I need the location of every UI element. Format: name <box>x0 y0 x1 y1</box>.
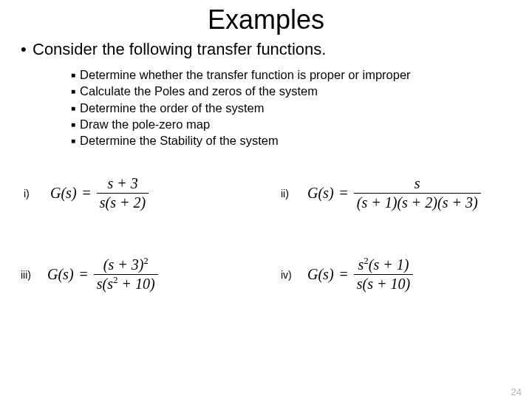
equation-body: G(s) = s2(s + 1) s(s + 10) <box>307 256 413 293</box>
equation-label: ii) <box>281 188 296 200</box>
equation-ii: ii) G(s) = s (s + 1)(s + 2)(s + 3) <box>281 175 481 211</box>
lhs: G(s) <box>47 266 74 283</box>
equation-iv: iv) G(s) = s2(s + 1) s(s + 10) <box>281 256 413 293</box>
square-bullet-icon: ■ <box>71 103 75 114</box>
page-number: 24 <box>511 386 522 398</box>
lhs: G(s) <box>307 266 334 283</box>
square-bullet-icon: ■ <box>71 120 75 130</box>
sub-bullet-list: ■Determine whether the transfer function… <box>71 66 532 149</box>
numerator: s2(s + 1) <box>354 256 413 275</box>
square-bullet-icon: ■ <box>71 136 75 146</box>
equals-sign: = <box>340 185 348 202</box>
numerator: s <box>354 175 481 194</box>
equation-body: G(s) = s (s + 1)(s + 2)(s + 3) <box>307 175 481 211</box>
lhs: G(s) <box>50 185 77 202</box>
square-bullet-icon: ■ <box>71 86 75 97</box>
denominator: s(s + 10) <box>354 275 413 293</box>
numerator: s + 3 <box>97 175 149 194</box>
denominator: s(s + 2) <box>97 194 149 211</box>
lhs: G(s) <box>307 185 334 202</box>
equation-body: G(s) = (s + 3)2 s(s2 + 10) <box>47 256 158 293</box>
fraction: s (s + 1)(s + 2)(s + 3) <box>354 175 481 211</box>
equation-label: iv) <box>281 269 296 281</box>
numerator: (s + 3)2 <box>94 256 158 275</box>
sub-bullet-text: Calculate the Poles and zeros of the sys… <box>80 83 318 99</box>
fraction: s + 3 s(s + 2) <box>97 175 149 211</box>
fraction: s2(s + 1) s(s + 10) <box>354 256 413 293</box>
main-bullet: •Consider the following transfer functio… <box>21 40 532 59</box>
list-item: ■Draw the pole-zero map <box>71 116 532 132</box>
equation-label: iii) <box>21 269 35 281</box>
sub-bullet-text: Determine whether the transfer function … <box>80 66 411 83</box>
equation-body: G(s) = s + 3 s(s + 2) <box>50 175 149 211</box>
list-item: ■Calculate the Poles and zeros of the sy… <box>71 83 532 99</box>
bullet-dot-icon: • <box>21 40 33 59</box>
sub-bullet-text: Determine the Stability of the system <box>80 132 279 149</box>
slide: Examples •Consider the following transfe… <box>0 4 532 399</box>
list-item: ■Determine whether the transfer function… <box>71 66 532 83</box>
equals-sign: = <box>83 185 91 202</box>
equals-sign: = <box>80 266 88 283</box>
equals-sign: = <box>340 266 348 283</box>
denominator: s(s2 + 10) <box>94 275 158 293</box>
slide-title: Examples <box>0 4 532 35</box>
equation-i: i) G(s) = s + 3 s(s + 2) <box>24 175 149 211</box>
list-item: ■Determine the Stability of the system <box>71 132 532 149</box>
equation-iii: iii) G(s) = (s + 3)2 s(s2 + 10) <box>21 256 158 293</box>
square-bullet-icon: ■ <box>71 70 75 81</box>
denominator: (s + 1)(s + 2)(s + 3) <box>354 194 481 211</box>
main-bullet-text: Consider the following transfer function… <box>33 40 326 58</box>
list-item: ■Determine the order of the system <box>71 100 532 116</box>
sub-bullet-text: Determine the order of the system <box>80 100 264 116</box>
equation-label: i) <box>24 188 38 200</box>
sub-bullet-text: Draw the pole-zero map <box>80 116 210 132</box>
fraction: (s + 3)2 s(s2 + 10) <box>94 256 158 293</box>
